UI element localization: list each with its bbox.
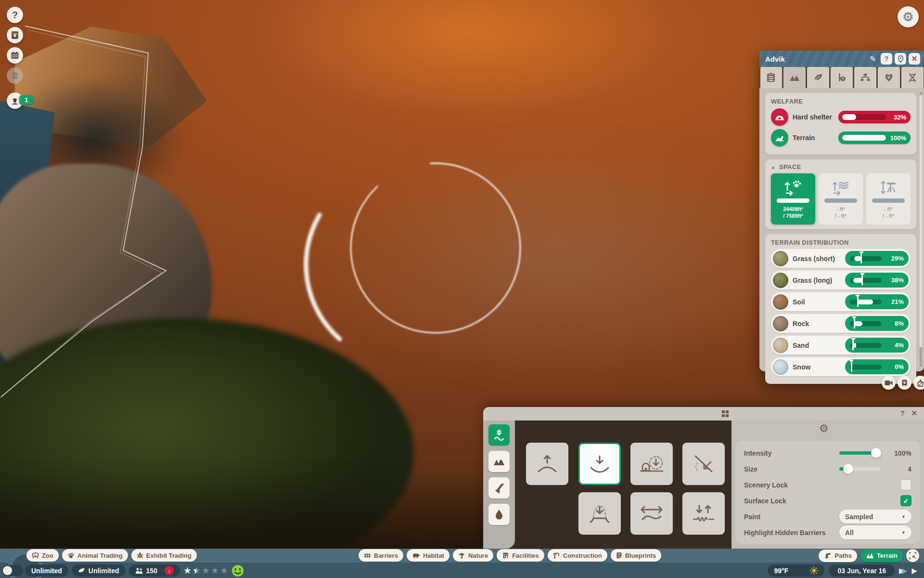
- tab-nutrition[interactable]: [807, 67, 829, 88]
- tool-raise-terrain[interactable]: [526, 443, 568, 485]
- notification-badge[interactable]: 1: [19, 95, 33, 105]
- zoopedia-link-button[interactable]: [898, 376, 911, 390]
- welfare-value: 100%: [890, 134, 906, 142]
- highlight-barriers-dropdown[interactable]: All ▼: [839, 525, 911, 539]
- terrain-slider[interactable]: 29%: [845, 251, 909, 266]
- tool-terrace[interactable]: [682, 443, 725, 485]
- mode-terrain-paint-button[interactable]: [488, 451, 510, 472]
- land-space-card[interactable]: 24408ft² / 7589ft²: [771, 173, 815, 224]
- facilities-button[interactable]: Facilities: [497, 549, 544, 562]
- zoo-status: Unlimited Unlimited 150 ↓ ★ ★ ★ ★ ★ ★: [25, 565, 244, 577]
- soil-swatch: [773, 294, 788, 310]
- multi-select-button[interactable]: [906, 549, 919, 562]
- scenery-lock-label: Scenery Lock: [744, 481, 900, 489]
- blueprints-button[interactable]: Blueprints: [611, 549, 661, 562]
- tab-overview[interactable]: [760, 67, 783, 88]
- barriers-label: Barriers: [374, 552, 398, 559]
- habitat-button[interactable]: Habitat: [407, 549, 449, 562]
- hard-shelter-icon: [771, 108, 788, 126]
- leaf-icon: [813, 73, 823, 82]
- water-space-card[interactable]: - ft² / - ft²: [819, 173, 863, 224]
- guest-count-pill[interactable]: 150 ↓: [129, 565, 180, 577]
- terrain-row-soil[interactable]: Soil 21%: [771, 292, 911, 311]
- brush-close-button[interactable]: ✕: [911, 409, 917, 418]
- panel-close-button[interactable]: ✕: [909, 53, 920, 65]
- speed-controls[interactable]: ▶ ▶ ▶: [899, 566, 917, 575]
- terrain-welfare-icon: [771, 129, 788, 146]
- terrain-row-grass-long[interactable]: Grass (long) 38%: [771, 271, 911, 289]
- intensity-slider[interactable]: [839, 451, 880, 455]
- paths-button[interactable]: Paths: [819, 550, 857, 562]
- nature-button[interactable]: Nature: [453, 549, 493, 562]
- terrain-row-snow[interactable]: Snow 0%: [771, 357, 911, 376]
- guests-trend-down-icon[interactable]: ↓: [165, 566, 174, 575]
- barriers-button[interactable]: Barriers: [359, 549, 403, 562]
- welfare-row-terrain[interactable]: Terrain 100%: [771, 129, 911, 146]
- zoo-rating[interactable]: ★ ★ ★ ★ ★ ★: [183, 566, 228, 575]
- tab-enrichment[interactable]: [831, 67, 853, 88]
- tab-habitat[interactable]: [783, 67, 806, 88]
- mode-paintbrush-button[interactable]: [488, 477, 510, 499]
- paint-dropdown[interactable]: Sampled ▼: [839, 510, 911, 524]
- date-pill[interactable]: 03 Jun, Year 16: [829, 565, 895, 577]
- weather-pill[interactable]: 99°F: [768, 565, 824, 577]
- terrain-row-grass-short[interactable]: Grass (short) 29%: [771, 249, 911, 268]
- climb-space-card[interactable]: - ft² / - ft²: [866, 173, 911, 224]
- panel-help-button[interactable]: ?: [881, 53, 892, 65]
- terrain-slider[interactable]: 21%: [845, 294, 909, 309]
- tab-genetics[interactable]: [901, 67, 924, 88]
- tab-genealogy[interactable]: [854, 67, 876, 88]
- animal-panel-header[interactable]: Advik ✎ ? ✕: [759, 51, 924, 67]
- move-animal-button[interactable]: [913, 376, 924, 390]
- brush-help-button[interactable]: ?: [900, 409, 905, 417]
- zoo-button[interactable]: Zoo: [26, 549, 59, 562]
- fence-icon: [364, 552, 371, 559]
- terrain-slider[interactable]: 38%: [845, 273, 909, 288]
- calendar-button[interactable]: [7, 47, 23, 64]
- terrain-slider[interactable]: 8%: [845, 316, 909, 331]
- terrain-slider[interactable]: 0%: [845, 359, 909, 374]
- tool-roughen[interactable]: [682, 492, 725, 535]
- terrain-row-rock[interactable]: Rock 8%: [771, 314, 911, 333]
- welfare-row-hard-shelter[interactable]: Hard shelter 32%: [771, 108, 911, 126]
- surface-lock-checkbox[interactable]: ✓: [900, 495, 911, 506]
- tool-flatten[interactable]: [578, 492, 621, 535]
- habitat-label: Habitat: [423, 552, 444, 559]
- terrain-bar: 100%: [838, 131, 911, 144]
- panel-scrollbar[interactable]: [920, 92, 922, 367]
- conservation-credits-pill[interactable]: Unlimited: [72, 565, 126, 577]
- tool-lower-terrain[interactable]: [578, 443, 621, 485]
- camera-button[interactable]: [882, 376, 896, 390]
- zoopedia-button[interactable]: [7, 27, 23, 43]
- terrain-button[interactable]: Terrain: [860, 550, 903, 562]
- main-settings-button[interactable]: ⚙: [898, 6, 919, 27]
- tool-flatten-to-foundation[interactable]: [630, 443, 673, 485]
- exhibit-trading-button[interactable]: Exhibit Trading: [131, 549, 197, 562]
- terrain-slider[interactable]: 4%: [845, 338, 909, 353]
- mode-water-button[interactable]: [488, 504, 510, 525]
- mode-sculpt-button[interactable]: [488, 424, 510, 446]
- terrain-row-sand[interactable]: Sand 4%: [771, 336, 911, 355]
- happiness-smiley-icon[interactable]: [231, 565, 244, 577]
- locate-button[interactable]: [895, 53, 906, 65]
- animal-trading-button[interactable]: Animal Trading: [62, 549, 128, 562]
- grid-view-icon[interactable]: [722, 410, 729, 418]
- camera-mode-button[interactable]: [7, 67, 23, 84]
- ui-toggle[interactable]: [2, 565, 23, 576]
- scenery-lock-checkbox[interactable]: [900, 479, 911, 490]
- rename-icon[interactable]: ✎: [868, 53, 878, 64]
- surface-lock-label: Surface Lock: [744, 497, 900, 505]
- play-icon[interactable]: ▶: [911, 566, 917, 575]
- construction-button[interactable]: Construction: [548, 549, 607, 562]
- help-button[interactable]: ?: [7, 7, 23, 23]
- tool-smooth[interactable]: [630, 492, 673, 535]
- fast-forward-icon-2[interactable]: ▶: [902, 566, 908, 575]
- tab-welfare[interactable]: [878, 67, 900, 88]
- water-space-icon: [832, 177, 850, 197]
- brush-panel-header[interactable]: ? ✕: [483, 407, 924, 420]
- guests-icon: [135, 567, 143, 574]
- settings-gear-icon[interactable]: ⚙: [819, 422, 829, 435]
- collapse-arrow-icon[interactable]: ▲: [771, 165, 775, 170]
- size-slider[interactable]: [839, 467, 880, 471]
- cash-pill[interactable]: Unlimited: [25, 565, 68, 577]
